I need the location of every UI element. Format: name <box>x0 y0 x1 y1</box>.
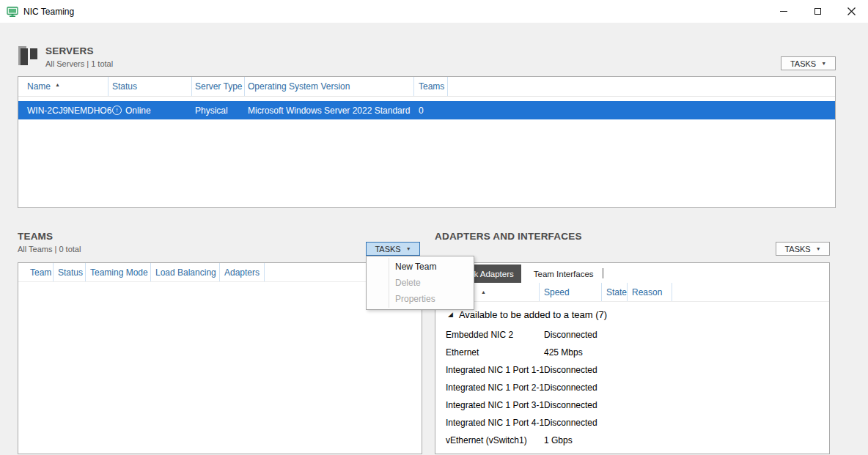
app-icon <box>7 6 18 18</box>
teams-table: Team Status Teaming Mode Load Balancing … <box>18 262 422 454</box>
column-header-label: Reason <box>632 287 662 297</box>
window-title: NIC Teaming <box>23 7 74 17</box>
column-header-load-balancing[interactable]: Load Balancing <box>151 263 220 281</box>
adapter-row[interactable]: vEthernet (vSwitch1) 1 Gbps <box>435 432 829 449</box>
adapters-tabstrip: Network Adapters Team Interfaces <box>435 263 829 283</box>
sort-ascending-icon: ▲ <box>55 82 60 87</box>
group-label: Available to be added to a team (7) <box>459 309 607 320</box>
teams-subtitle: All Teams | 0 total <box>18 245 81 254</box>
adapter-name: Integrated NIC 1 Port 4-1 <box>435 418 540 428</box>
column-header-label: Team <box>30 267 51 278</box>
column-header-label: Adapters <box>224 267 260 278</box>
column-header-label: Load Balancing <box>155 267 216 278</box>
server-os-cell: Microsoft Windows Server 2022 Standard <box>245 101 414 119</box>
column-header-label: Server Type <box>195 81 242 92</box>
adapter-group-header[interactable]: ◢ Available to be added to a team (7) <box>435 306 829 323</box>
column-header-label: Teams <box>419 81 444 92</box>
adapter-row[interactable]: Integrated NIC 1 Port 2-1 Disconnected <box>435 379 829 396</box>
column-header-label: Status <box>112 81 137 92</box>
servers-subtitle: All Servers | 1 total <box>45 59 113 68</box>
column-header-state[interactable]: State <box>602 283 628 301</box>
adapter-speed: Disconnected <box>540 365 597 375</box>
column-header-label: State <box>606 287 627 297</box>
adapter-name: Integrated NIC 1 Port 3-1 <box>435 400 540 410</box>
adapter-row[interactable]: Integrated NIC 1 Port 4-1 Disconnected <box>435 414 829 432</box>
tab-label: Team Interfaces <box>534 270 594 278</box>
servers-heading: SERVERS <box>45 45 94 56</box>
teams-heading: TEAMS <box>18 231 53 242</box>
adapters-table-header: ▲ Speed State Reason <box>435 283 829 302</box>
column-header-label: Status <box>58 267 83 278</box>
column-header-team[interactable]: Team <box>18 263 54 281</box>
adapter-name: Integrated NIC 1 Port 2-1 <box>435 382 540 393</box>
menu-icon-gutter <box>389 258 389 308</box>
server-status-cell: ↑ Online <box>108 101 192 119</box>
adapter-row[interactable]: Integrated NIC 1 Port 3-1 Disconnected <box>435 396 829 414</box>
adapters-heading: ADAPTERS AND INTERFACES <box>435 231 582 242</box>
tasks-label: TASKS <box>790 59 816 68</box>
column-header-status[interactable]: Status <box>54 263 86 281</box>
adapter-speed: 1 Gbps <box>540 435 573 445</box>
caret-down-icon: ▼ <box>821 61 826 66</box>
teams-table-header: Team Status Teaming Mode Load Balancing … <box>18 263 422 282</box>
column-header-speed[interactable]: Speed <box>540 283 602 301</box>
adapter-row[interactable]: Embedded NIC 2 Disconnected <box>435 326 829 344</box>
server-name-cell: WIN-2CJ9NEMDHO6 <box>18 101 108 119</box>
server-status-text: Online <box>125 106 151 116</box>
column-header-os-version[interactable]: Operating System Version <box>245 77 414 96</box>
servers-table-header: Name ▲ Status Server Type Operating Syst… <box>18 77 835 97</box>
adapters-tasks-button[interactable]: TASKS ▼ <box>776 242 830 256</box>
focus-caret <box>603 268 603 278</box>
teams-tasks-button[interactable]: TASKS ▼ <box>366 242 420 256</box>
column-header-adapters[interactable]: Adapters <box>220 263 265 281</box>
adapter-name: Integrated NIC 1 Port 1-1 <box>435 365 540 375</box>
tasks-label: TASKS <box>784 245 810 254</box>
servers-table: Name ▲ Status Server Type Operating Syst… <box>18 76 836 208</box>
adapter-speed: Disconnected <box>540 418 597 428</box>
teams-tasks-menu: New Team Delete Properties <box>366 256 474 310</box>
column-header-label: Operating System Version <box>248 81 350 92</box>
column-header-label: Speed <box>544 287 570 297</box>
column-header-label: Name <box>27 81 51 92</box>
server-row-selected[interactable]: WIN-2CJ9NEMDHO6 ↑ Online Physical Micros… <box>18 101 835 119</box>
column-header-name[interactable]: Name ▲ <box>18 77 108 96</box>
sort-ascending-icon: ▲ <box>481 289 486 295</box>
column-header-teaming-mode[interactable]: Teaming Mode <box>86 263 151 281</box>
column-header-server-type[interactable]: Server Type <box>192 77 245 96</box>
caret-down-icon: ▼ <box>816 246 821 251</box>
maximize-button[interactable] <box>801 0 834 23</box>
adapters-panel: Network Adapters Team Interfaces ▲ Speed… <box>435 262 830 454</box>
adapter-name: Embedded NIC 2 <box>435 330 540 340</box>
server-type-cell: Physical <box>192 101 245 119</box>
adapter-row[interactable]: Integrated NIC 1 Port 1-1 Disconnected <box>435 361 829 379</box>
adapter-speed: Disconnected <box>540 330 597 340</box>
close-button[interactable] <box>834 0 868 23</box>
menu-item-new-team[interactable]: New Team <box>367 259 474 275</box>
column-header-reason[interactable]: Reason <box>628 283 672 301</box>
adapter-name: vEthernet (vSwitch1) <box>435 435 540 445</box>
server-teams-cell: 0 <box>414 101 448 119</box>
caret-down-icon: ▼ <box>406 246 411 251</box>
nic-teaming-window: NIC Teaming SERVERS All Servers | 1 tota… <box>0 0 868 455</box>
online-status-icon: ↑ <box>112 106 122 115</box>
window-controls <box>767 0 868 23</box>
adapter-speed: Disconnected <box>540 400 597 410</box>
group-expanded-icon: ◢ <box>448 311 453 318</box>
tasks-label: TASKS <box>375 245 400 254</box>
servers-tile-icon <box>18 44 41 67</box>
minimize-icon <box>780 11 787 12</box>
minimize-button[interactable] <box>767 0 801 23</box>
adapter-name: Ethernet <box>435 347 540 358</box>
tab-team-interfaces[interactable]: Team Interfaces <box>526 265 601 283</box>
maximize-icon <box>814 8 821 15</box>
adapter-row[interactable]: Ethernet 425 Mbps <box>435 344 829 361</box>
menu-item-properties[interactable]: Properties <box>367 291 474 307</box>
servers-tasks-button[interactable]: TASKS ▼ <box>781 56 836 70</box>
menu-item-delete[interactable]: Delete <box>367 275 474 291</box>
adapter-speed: Disconnected <box>540 382 597 393</box>
column-header-teams[interactable]: Teams <box>414 77 448 96</box>
column-header-status[interactable]: Status <box>108 77 192 96</box>
title-bar: NIC Teaming <box>0 0 868 23</box>
close-icon <box>847 7 856 15</box>
column-header-label: Teaming Mode <box>90 267 148 278</box>
